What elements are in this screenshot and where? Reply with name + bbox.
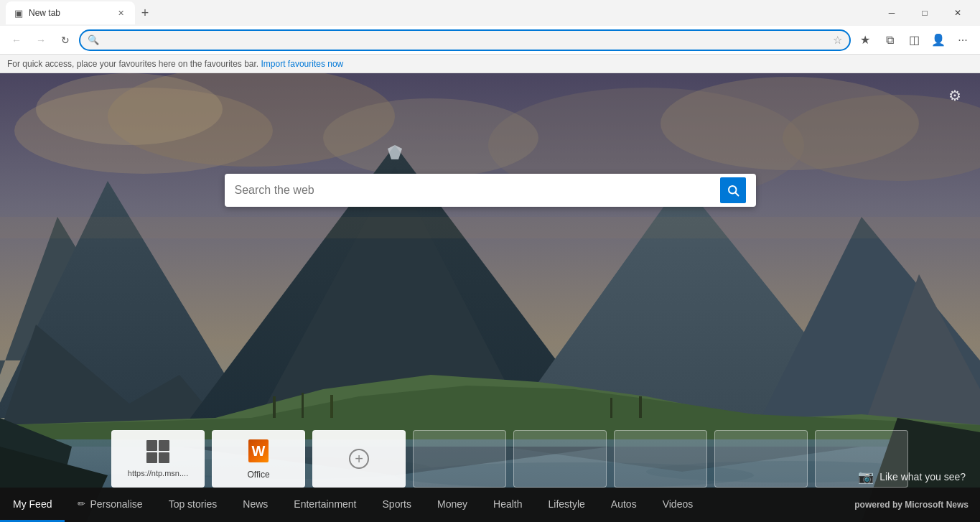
bottom-navigation: My Feed ✏ Personalise Top stories News E… <box>0 488 980 522</box>
tab-close-button[interactable]: ✕ <box>115 7 126 19</box>
url-bar[interactable]: 🔍 ☆ <box>79 29 851 51</box>
search-input[interactable] <box>235 184 713 197</box>
svg-point-3 <box>36 73 223 145</box>
import-favourites-link[interactable]: Import favourites now <box>261 59 344 69</box>
more-button[interactable]: ··· <box>951 29 974 52</box>
svg-rect-24 <box>639 396 642 418</box>
search-button[interactable] <box>720 177 746 203</box>
favourites-hint-text: For quick access, place your favourites … <box>7 59 258 69</box>
quick-link-empty-4[interactable] <box>714 430 808 488</box>
msn-icon <box>146 440 169 463</box>
svg-rect-22 <box>330 395 333 418</box>
nav-sports[interactable]: Sports <box>370 488 424 522</box>
close-button[interactable]: ✕ <box>941 0 974 26</box>
quick-links-area: https://ntp.msn.... W Office + <box>111 430 908 488</box>
quick-link-empty-3[interactable] <box>614 430 707 488</box>
gear-icon: ⚙ <box>948 87 961 104</box>
window-controls: ─ □ ✕ <box>875 0 974 26</box>
office-square: W <box>248 439 269 462</box>
svg-point-36 <box>729 186 737 194</box>
tab-area: ▣ New tab ✕ + <box>6 0 872 26</box>
quick-link-msn-label: https://ntp.msn.... <box>128 469 188 477</box>
nav-autos[interactable]: Autos <box>598 488 650 522</box>
back-button[interactable]: ← <box>6 29 27 51</box>
nav-entertainment[interactable]: Entertainment <box>281 488 369 522</box>
profile-button[interactable]: 👤 <box>927 29 950 52</box>
svg-line-37 <box>735 193 738 196</box>
nav-news[interactable]: News <box>230 488 281 522</box>
svg-rect-23 <box>610 398 612 418</box>
nav-money[interactable]: Money <box>424 488 480 522</box>
url-input[interactable] <box>103 34 829 45</box>
tab-favicon: ▣ <box>14 8 23 19</box>
svg-rect-20 <box>273 396 276 418</box>
active-tab[interactable]: ▣ New tab ✕ <box>6 1 135 24</box>
nav-my-feed[interactable]: My Feed <box>0 488 65 522</box>
favourites-button[interactable]: ★ <box>854 29 877 52</box>
add-icon: + <box>349 449 369 469</box>
favourites-bar: For quick access, place your favourites … <box>0 55 980 73</box>
nav-videos[interactable]: Videos <box>650 488 706 522</box>
quick-link-empty-1[interactable] <box>413 430 506 488</box>
nav-personalise[interactable]: ✏ Personalise <box>65 488 155 522</box>
svg-point-7 <box>323 98 538 177</box>
quick-link-msn[interactable]: https://ntp.msn.... <box>111 430 205 488</box>
svg-rect-35 <box>0 217 980 238</box>
nav-lifestyle[interactable]: Lifestyle <box>535 488 597 522</box>
like-background-button[interactable]: 📷 Like what you see? <box>858 469 966 485</box>
search-area <box>225 174 756 207</box>
address-bar: ← → ↻ 🔍 ☆ ★ ⧉ ◫ 👤 ··· <box>0 26 980 55</box>
quick-link-office[interactable]: W Office <box>212 430 305 488</box>
new-tab-button[interactable]: + <box>135 3 155 23</box>
quick-link-empty-2[interactable] <box>513 430 607 488</box>
nav-health[interactable]: Health <box>480 488 535 522</box>
title-bar: ▣ New tab ✕ + ─ □ ✕ <box>0 0 980 26</box>
forward-button[interactable]: → <box>30 29 52 51</box>
pencil-icon: ✏ <box>78 498 85 509</box>
url-search-icon: 🔍 <box>88 34 99 45</box>
tab-title: New tab <box>29 8 109 18</box>
nav-top-stories[interactable]: Top stories <box>156 488 230 522</box>
collections-button[interactable]: ⧉ <box>878 29 901 52</box>
office-icon: W <box>247 438 270 464</box>
quick-link-office-label: Office <box>247 470 269 480</box>
camera-icon: 📷 <box>858 469 874 485</box>
immersive-reader-button[interactable]: ◫ <box>902 29 925 52</box>
toolbar-icons: ★ ⧉ ◫ 👤 ··· <box>854 29 974 52</box>
like-label: Like what you see? <box>879 471 966 483</box>
search-box <box>225 174 756 207</box>
refresh-button[interactable]: ↻ <box>55 29 76 51</box>
settings-gear-button[interactable]: ⚙ <box>944 85 966 106</box>
powered-by: powered by Microsoft News <box>843 488 980 522</box>
quick-link-add[interactable]: + <box>312 430 406 488</box>
star-button[interactable]: ☆ <box>833 34 842 47</box>
svg-rect-21 <box>302 393 304 418</box>
newtab-background: ⚙ https://ntp.msn.... <box>0 73 980 522</box>
minimize-button[interactable]: ─ <box>875 0 908 26</box>
maximize-button[interactable]: □ <box>908 0 941 26</box>
